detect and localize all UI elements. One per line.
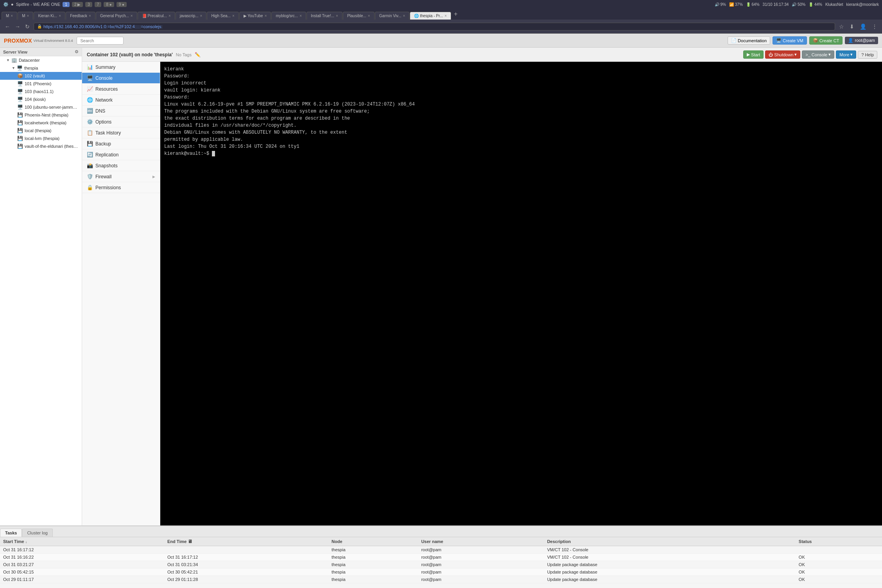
nav-network[interactable]: 🌐 Network [82,95,160,106]
browser-tab-feedback[interactable]: Feedback× [66,12,95,20]
nav-task-history[interactable]: 📋 Task History [82,127,160,138]
nav-backup[interactable]: 💾 Backup [82,138,160,149]
browser-tab-yt[interactable]: ▶ YouTube× [239,12,271,20]
browser-tab-highsea[interactable]: High Sea...× [207,12,238,20]
create-vm-button[interactable]: 🖥️ Create VM [773,36,807,45]
create-ct-button[interactable]: 📦 Create CT [809,36,843,45]
task-1-desc: VM/CT 102 - Console [544,546,795,554]
user-menu[interactable]: 👤 root@pam [845,37,878,44]
workspace-tag-3[interactable]: 3 [85,2,92,7]
storage-local-lvm-icon: 💾 [17,136,23,141]
task-4-status: OK [796,568,882,576]
nav-firewall[interactable]: 🛡️ Firewall ▶ [82,171,160,182]
sort-icon: ↓ [25,540,27,544]
sidebar-gear-icon[interactable]: ⚙ [75,49,79,54]
browser-tab-garmin[interactable]: Garmin Viv...× [375,12,410,20]
nav-options[interactable]: ⚙️ Options [82,117,160,127]
forward-button[interactable]: → [13,23,22,30]
nav-replication[interactable]: 🔄 Replication [82,149,160,160]
sidebar-item-vault-eldunari[interactable]: 💾 vault-of-the-eldunari (thespia) [0,142,82,150]
col-start-time[interactable]: Start Time ↓ [0,537,164,546]
sidebar-item-localnetwork[interactable]: 💾 localnetwork (thespia) [0,119,82,127]
col-status[interactable]: Status [796,537,882,546]
console-line-6: Password: [164,94,878,101]
nav-snapshots[interactable]: 📸 Snapshots [82,160,160,171]
col-description[interactable]: Description [544,537,795,546]
permissions-icon: 🔒 [87,185,93,190]
workspace-tag-8[interactable]: 8 ● [104,2,114,7]
sidebar-item-104[interactable]: 🖥️ 104 (kiosk) [0,95,82,103]
col-user[interactable]: User name [418,537,544,546]
storage-local-icon: 💾 [17,128,23,133]
task-row-4[interactable]: Oct 30 05:42:15 Oct 30 05:42:21 thespia … [0,568,882,576]
browser-tab-gmail2[interactable]: M× [18,12,33,20]
browser-tab-gmail1[interactable]: M× [2,12,17,20]
start-button[interactable]: ▶ Start [743,50,764,59]
workspace-tag-7[interactable]: 7 [95,2,102,7]
split-content: 📊 Summary 🖥️ Console 📈 Resources 🌐 Netwo… [82,62,882,525]
workspace-tag-2[interactable]: 2 ▶ [72,2,83,7]
reload-button[interactable]: ↻ [23,23,31,30]
console-label: Console [95,75,155,81]
browser-tab-thespia[interactable]: 🌐 thespia - Pr...× [410,12,451,20]
col-end-time[interactable]: End Time 🖥 [164,537,328,546]
nav-resources[interactable]: 📈 Resources [82,84,160,95]
pve-version: Virtual Environment 8.0.4 [34,39,73,43]
menu-button[interactable]: ⋮ [870,23,879,30]
back-button[interactable]: ← [3,23,12,30]
browser-tab-precalc[interactable]: 📕 Precalcul...× [138,12,175,20]
tasks-tab[interactable]: Tasks [0,529,22,537]
task-1-start: Oct 31 16:17:12 [0,546,164,554]
task-row-5[interactable]: Oct 29 01:11:17 Oct 29 01:11:28 thespia … [0,576,882,583]
nav-dns[interactable]: 🔤 DNS [82,106,160,117]
help-button[interactable]: ? Help [858,51,877,59]
more-button[interactable]: More ▾ [836,50,856,59]
thespia-icon: 🖥️ [17,65,23,71]
nav-permissions[interactable]: 🔒 Permissions [82,182,160,193]
pve-search-input[interactable] [77,37,124,45]
browser-tab-install[interactable]: Install True!...× [307,12,342,20]
os-separator: ● [11,2,14,7]
nav-summary[interactable]: 📊 Summary [82,62,160,73]
browser-tab-psych[interactable]: General Psych...× [96,12,137,20]
monitor-icon: 🖥 [188,539,192,544]
url-bar[interactable]: 🔒 https://192.168.40.20:8006/#v1:0:=lxc%… [34,23,835,30]
nav-console[interactable]: 🖥️ Console [82,73,160,84]
browser-tab-kieran[interactable]: Kieran Ki...× [34,12,65,20]
console-line-7: Linux vault 6.2.16-19-pve #1 SMP PREEMPT… [164,101,878,108]
col-node[interactable]: Node [328,537,418,546]
console-area[interactable]: kierank Password: Login incorrect vault … [160,62,882,525]
profile-button[interactable]: 👤 [858,23,868,30]
sidebar-item-103[interactable]: 🖥️ 103 (haos11.1) [0,88,82,95]
bookmark-button[interactable]: ☆ [837,23,846,30]
console-button[interactable]: >_ Console ▾ [802,50,834,59]
pve-logo: PROXMOX Virtual Environment 8.0.4 [4,38,73,44]
shutdown-button[interactable]: ⏻ Shutdown ▾ [765,50,800,59]
shutdown-icon: ⏻ [769,52,773,57]
sidebar-item-thespia[interactable]: ▼ 🖥️ thespia [0,64,82,72]
new-tab-button[interactable]: + [452,11,460,18]
task-row-3[interactable]: Oct 31 03:21:27 Oct 31 03:21:34 thespia … [0,561,882,568]
sidebar-item-101[interactable]: 🖥️ 101 (Phoenix) [0,80,82,88]
cluster-log-tab[interactable]: Cluster log [22,529,53,537]
sidebar-item-100[interactable]: 🖥️ 100 (ubuntu-server-jammy-docker) [0,103,82,111]
documentation-button[interactable]: 📄 Documentation [728,36,770,45]
sidebar-item-phoenix-nest[interactable]: 💾 Phoenix-Nest (thespia) [0,111,82,119]
no-tags-label: No Tags [176,52,192,57]
browser-tab-myblog[interactable]: myblog/src...× [271,12,306,20]
edit-tags-icon[interactable]: ✏️ [195,52,201,57]
sidebar-item-local[interactable]: 💾 local (thespia) [0,127,82,134]
sidebar-item-datacenter[interactable]: ▼ 🏢 Datacenter [0,56,82,64]
sidebar-item-102[interactable]: 📦 102 (vault) [0,72,82,80]
browser-tab-plausible[interactable]: Plausible...× [343,12,375,20]
phoenix-icon: 🖥️ [17,81,23,86]
workspace-tag-1[interactable]: 1 [63,2,70,7]
browser-address-bar: ← → ↻ 🔒 https://192.168.40.20:8006/#v1:0… [0,20,882,34]
browser-tab-js[interactable]: javascrip...× [176,12,207,20]
sidebar-item-local-lvm[interactable]: 💾 local-lvm (thespia) [0,134,82,142]
workspace-tag-9[interactable]: 9 ● [117,2,127,7]
task-row-2[interactable]: Oct 31 16:16:22 Oct 31 16:17:12 thespia … [0,554,882,561]
task-row-1[interactable]: Oct 31 16:17:12 thespia root@pam VM/CT 1… [0,546,882,554]
extensions-button[interactable]: ⬇ [848,23,856,30]
snapshots-label: Snapshots [95,163,155,169]
